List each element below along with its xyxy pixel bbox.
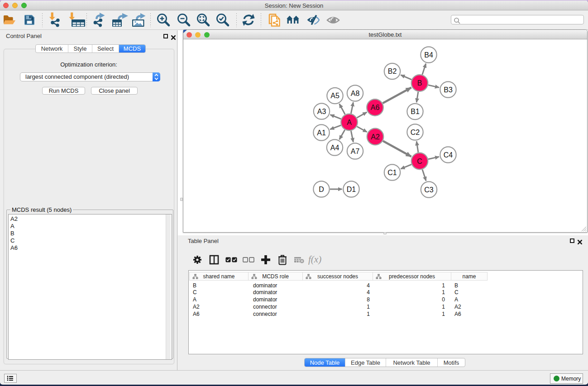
svg-text:A3: A3 [317, 108, 326, 115]
svg-text:C: C [417, 157, 422, 165]
svg-text:A4: A4 [330, 144, 339, 152]
svg-text:A1: A1 [317, 129, 326, 137]
svg-text:A: A [347, 119, 352, 126]
svg-text:B: B [417, 79, 422, 87]
svg-text:A8: A8 [351, 90, 360, 97]
svg-text:A6: A6 [371, 104, 380, 111]
svg-text:B2: B2 [388, 67, 397, 75]
svg-text:D1: D1 [347, 186, 356, 193]
svg-text:B4: B4 [424, 51, 433, 59]
svg-text:A7: A7 [351, 148, 360, 155]
svg-text:B1: B1 [411, 108, 420, 115]
svg-text:C4: C4 [444, 151, 453, 159]
svg-text:A2: A2 [371, 133, 380, 141]
svg-text:C2: C2 [411, 129, 420, 136]
svg-text:B3: B3 [444, 86, 453, 94]
svg-text:D: D [319, 186, 324, 193]
svg-text:A5: A5 [330, 92, 339, 100]
svg-text:C1: C1 [387, 169, 397, 176]
svg-text:C3: C3 [424, 186, 434, 194]
